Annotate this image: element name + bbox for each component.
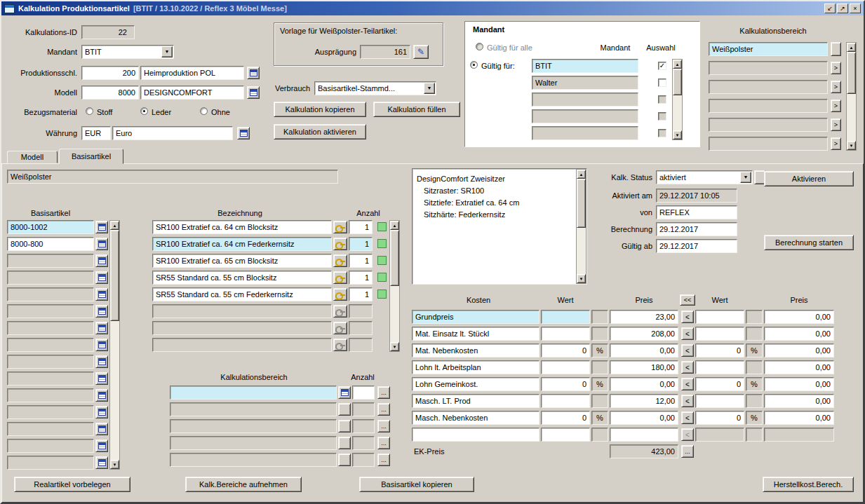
tab-modell[interactable]: Modell bbox=[7, 151, 58, 163]
aktivieren-button[interactable]: Aktivieren bbox=[764, 171, 854, 186]
berechnung-field[interactable]: 29.12.2017 bbox=[656, 222, 737, 236]
stoff-radio[interactable] bbox=[86, 107, 93, 115]
wert-rechts-field[interactable] bbox=[695, 310, 744, 324]
mandant-row-field[interactable]: BTIT bbox=[532, 59, 638, 73]
preis-links-field[interactable] bbox=[610, 428, 678, 442]
transfer-row-button[interactable]: < bbox=[681, 361, 694, 374]
preis-links-field[interactable]: 12,00 bbox=[610, 394, 678, 408]
kalkulation-fuellen-button[interactable]: Kalkulation füllen bbox=[373, 102, 460, 117]
scroll-thumb[interactable] bbox=[577, 179, 586, 228]
scroll-up-button[interactable]: ▲ bbox=[390, 221, 399, 230]
key-button[interactable] bbox=[333, 254, 347, 267]
auswahl-checkbox[interactable] bbox=[658, 79, 666, 87]
transfer-row-button[interactable]: < bbox=[681, 395, 694, 407]
preis-rechts-field[interactable]: 0,00 bbox=[764, 411, 834, 425]
transfer-row-button[interactable]: < bbox=[681, 327, 694, 340]
mandant-scrollbar[interactable]: ▲ ▼ bbox=[672, 59, 683, 140]
transfer-all-button[interactable]: << bbox=[680, 294, 695, 306]
kalkbereiche-aufnehmen-button[interactable]: Kalk.Bereiche aufnehmen bbox=[185, 477, 302, 492]
restore-window-icon[interactable]: ↙ bbox=[824, 4, 836, 13]
kalkbereich-more-button[interactable]: ... bbox=[377, 454, 390, 466]
von-field[interactable]: REFLEX bbox=[656, 205, 737, 219]
kosten-name-field[interactable]: Masch. LT. Prod bbox=[412, 394, 539, 408]
preis-links-field[interactable]: 208,00 bbox=[610, 327, 678, 341]
auswahl-checkbox[interactable]: ✓ bbox=[658, 62, 666, 70]
kosten-name-field[interactable]: Lohn lt. Arbeitsplan bbox=[412, 360, 539, 374]
preis-rechts-field[interactable]: 0,00 bbox=[764, 343, 834, 357]
wert-rechts-field[interactable] bbox=[695, 360, 744, 374]
wert-rechts-field[interactable]: 0 bbox=[695, 343, 744, 357]
bereich-row-select-button[interactable]: > bbox=[831, 137, 841, 150]
wert-links-field[interactable] bbox=[541, 310, 590, 324]
anzahl-field[interactable]: 1 bbox=[349, 220, 373, 234]
bereich-row-select-button[interactable]: > bbox=[831, 62, 841, 74]
kalkbereich-lov-button[interactable] bbox=[338, 386, 351, 399]
kalkulation-aktivieren-button[interactable]: Kalkulation aktivieren bbox=[274, 124, 366, 139]
basisartikel-lov-button[interactable] bbox=[95, 406, 108, 418]
bezeichnung-field[interactable]: SR100 Extratief ca. 64 cm Blocksitz bbox=[152, 220, 332, 234]
key-button[interactable] bbox=[333, 221, 347, 233]
modell-name-field[interactable]: DESIGNCOMFORT bbox=[140, 86, 244, 100]
scroll-thumb[interactable] bbox=[110, 230, 119, 321]
basisartikel-lov-button[interactable] bbox=[95, 339, 108, 351]
scroll-down-button[interactable]: ▼ bbox=[673, 130, 682, 139]
basisartikel-lov-button[interactable] bbox=[95, 322, 108, 334]
wert-links-field[interactable]: 0 bbox=[541, 377, 590, 391]
anzahl-field[interactable]: 1 bbox=[349, 271, 373, 285]
produktionsschl-nr-field[interactable]: 200 bbox=[81, 66, 139, 80]
kalk-status-dropdown-button[interactable]: ▼ bbox=[740, 172, 751, 183]
anzahl-field[interactable]: 1 bbox=[349, 287, 373, 301]
bezeichnung-field[interactable]: SR100 Extratief ca. 65 cm Blocksitz bbox=[152, 254, 332, 268]
produktionsschl-name-field[interactable]: Heimproduktion POL bbox=[140, 66, 244, 80]
kalkulation-kopieren-button[interactable]: Kalkulation kopieren bbox=[274, 102, 366, 117]
basisartikel-lov-button[interactable] bbox=[95, 372, 108, 385]
close-icon[interactable]: × bbox=[850, 4, 861, 13]
transfer-row-button[interactable]: < bbox=[681, 344, 694, 357]
verbrauch-select[interactable]: Basisartikel-Stammd... ▼ bbox=[314, 81, 436, 95]
basisartikel-lov-button[interactable] bbox=[95, 423, 108, 435]
scroll-down-button[interactable]: ▼ bbox=[577, 274, 586, 283]
basisartikel-lov-button[interactable] bbox=[95, 355, 108, 368]
wert-links-field[interactable]: 0 bbox=[541, 343, 590, 357]
modell-nr-field[interactable]: 8000 bbox=[81, 86, 139, 100]
basisartikel-lov-button[interactable] bbox=[95, 440, 108, 452]
basisartikel-lov-button[interactable] bbox=[95, 221, 108, 233]
wert-links-field[interactable] bbox=[541, 327, 590, 341]
kalkbereich-more-button[interactable]: ... bbox=[377, 403, 390, 416]
auspraegung-edit-button[interactable]: ✎ bbox=[413, 45, 429, 59]
basisartikel-lov-button[interactable] bbox=[95, 389, 108, 402]
kalkbereich-anzahl-field[interactable] bbox=[352, 386, 375, 400]
kosten-name-field[interactable]: Lohn Gemeinkost. bbox=[412, 377, 539, 391]
key-button[interactable] bbox=[333, 271, 347, 284]
kalkbereich-field[interactable] bbox=[170, 386, 337, 400]
bezeichnung-field[interactable]: SR55 Standard ca. 55 cm Blocksitz bbox=[152, 271, 332, 285]
wert-links-field[interactable] bbox=[541, 360, 590, 374]
bereich-scrollbar[interactable]: ▲ ▼ bbox=[846, 42, 857, 151]
herstellkost-berech-button[interactable]: Herstellkost.Berech. bbox=[763, 477, 854, 492]
bezeichnung-field[interactable]: SR100 Extratief ca. 64 cm Federkernsitz bbox=[152, 237, 332, 251]
modell-lov-button[interactable] bbox=[247, 86, 260, 99]
scroll-up-button[interactable]: ▲ bbox=[673, 60, 682, 69]
gueltig-fuer-radio[interactable] bbox=[470, 61, 478, 69]
mandant-dropdown-button[interactable]: ▼ bbox=[161, 46, 173, 57]
scroll-thumb[interactable] bbox=[847, 52, 856, 94]
preis-rechts-field[interactable]: 0,00 bbox=[764, 310, 834, 324]
basisartikel-lov-button[interactable] bbox=[95, 254, 108, 267]
scroll-down-button[interactable]: ▼ bbox=[847, 141, 856, 150]
mandant-select[interactable]: BTIT ▼ bbox=[81, 45, 174, 59]
wert-links-field[interactable] bbox=[541, 394, 590, 408]
scroll-thumb[interactable] bbox=[673, 69, 682, 95]
realartikel-vorbelegen-button[interactable]: Realartikel vorbelegen bbox=[14, 477, 130, 492]
scroll-up-button[interactable]: ▲ bbox=[847, 43, 856, 52]
wert-rechts-field[interactable]: 0 bbox=[695, 411, 744, 425]
basisartikel-lov-button[interactable] bbox=[95, 238, 108, 250]
scroll-thumb[interactable] bbox=[390, 230, 399, 286]
scroll-down-button[interactable]: ▼ bbox=[110, 460, 119, 469]
maximize-window-icon[interactable]: ↗ bbox=[837, 4, 848, 13]
artikel-beschreibung[interactable]: DesignComfort Zweisitzer Sitzraster: SR1… bbox=[412, 168, 587, 285]
waehrung-lov-button[interactable] bbox=[237, 127, 250, 139]
preis-rechts-field[interactable]: 0,00 bbox=[764, 394, 834, 408]
tab-basisartikel[interactable]: Basisartikel bbox=[59, 149, 123, 164]
ohne-radio[interactable] bbox=[200, 107, 208, 115]
scroll-up-button[interactable]: ▲ bbox=[110, 221, 119, 230]
